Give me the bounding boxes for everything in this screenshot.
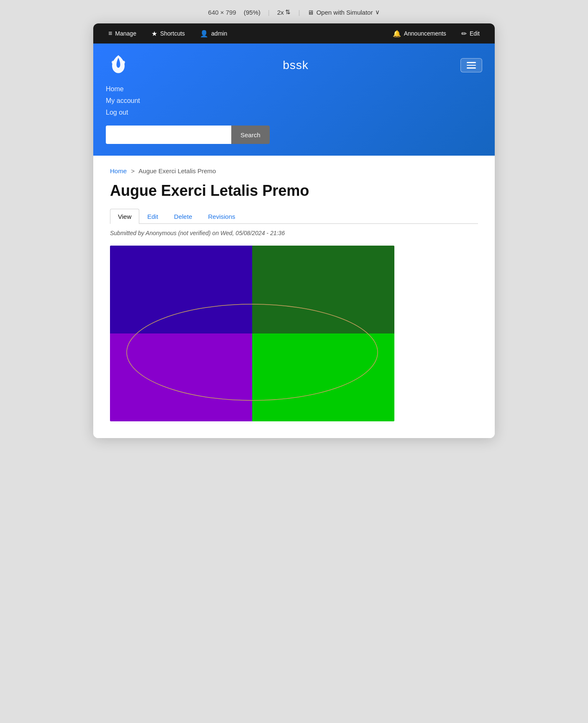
- hamburger-button[interactable]: [460, 58, 482, 72]
- toolbar-shortcuts[interactable]: ★ Shortcuts: [144, 23, 192, 44]
- svg-rect-4: [252, 333, 394, 421]
- admin-toolbar: ≡ Manage ★ Shortcuts 👤 admin 🔔 Announcem…: [93, 23, 495, 44]
- site-header-top: bssk: [106, 44, 482, 82]
- scale-label: (95%): [244, 9, 261, 16]
- breadcrumb-current: Augue Exerci Letalis Premo: [138, 167, 216, 174]
- dimensions-label: 640 × 799: [208, 9, 236, 16]
- nav-log-out[interactable]: Log out: [106, 109, 482, 116]
- breadcrumb-home[interactable]: Home: [110, 167, 127, 174]
- page-content: Home > Augue Exerci Letalis Premo Augue …: [93, 156, 495, 438]
- site-logo: [106, 53, 131, 78]
- hamburger-icon: ≡: [108, 30, 112, 37]
- toolbar-announcements[interactable]: 🔔 Announcements: [385, 23, 454, 44]
- search-button[interactable]: Search: [231, 126, 270, 144]
- submitted-info: Submitted by Anonymous (not verified) on…: [110, 230, 478, 236]
- edit-label: Edit: [470, 30, 480, 37]
- search-bar: Search: [106, 126, 482, 144]
- svg-rect-3: [110, 333, 252, 421]
- site-header: bssk Home My account Log out Search: [93, 44, 495, 156]
- zoom-control[interactable]: 2x ⇅: [277, 8, 291, 16]
- svg-rect-2: [252, 246, 394, 333]
- page-title: Augue Exerci Letalis Premo: [110, 182, 478, 200]
- breadcrumb-separator: >: [131, 167, 135, 174]
- toolbar-edit[interactable]: ✏ Edit: [454, 23, 487, 44]
- toolbar-manage[interactable]: ≡ Manage: [101, 23, 144, 44]
- site-name: bssk: [283, 59, 309, 72]
- nav-home[interactable]: Home: [106, 85, 482, 93]
- content-tabs: View Edit Delete Revisions: [110, 209, 478, 224]
- tab-edit[interactable]: Edit: [139, 209, 166, 224]
- svg-rect-1: [110, 246, 252, 333]
- nav-my-account[interactable]: My account: [106, 97, 482, 105]
- tab-revisions[interactable]: Revisions: [200, 209, 243, 224]
- user-icon: 👤: [200, 30, 208, 38]
- content-svg: [110, 246, 394, 421]
- content-image: [110, 246, 394, 421]
- browser-frame: ≡ Manage ★ Shortcuts 👤 admin 🔔 Announcem…: [93, 23, 495, 438]
- zoom-value: 2x: [277, 9, 284, 16]
- chevron-down-icon: ∨: [375, 8, 380, 16]
- bell-icon: 🔔: [393, 30, 401, 38]
- zoom-chevron-icon: ⇅: [285, 8, 291, 16]
- toolbar-admin[interactable]: 👤 admin: [192, 23, 235, 44]
- tab-view[interactable]: View: [110, 209, 139, 224]
- pencil-icon: ✏: [461, 30, 467, 38]
- open-simulator-label: Open with Simulator: [316, 9, 373, 16]
- announcements-label: Announcements: [404, 30, 446, 37]
- tab-delete[interactable]: Delete: [166, 209, 200, 224]
- simulator-icon: 🖥: [307, 9, 314, 16]
- top-bar: 640 × 799 (95%) | 2x ⇅ | 🖥 Open with Sim…: [208, 8, 380, 16]
- star-icon: ★: [151, 30, 157, 38]
- search-input[interactable]: [106, 126, 231, 144]
- admin-label: admin: [211, 30, 227, 37]
- shortcuts-label: Shortcuts: [160, 30, 185, 37]
- site-nav: Home My account Log out: [106, 82, 482, 122]
- manage-label: Manage: [115, 30, 136, 37]
- breadcrumb: Home > Augue Exerci Letalis Premo: [110, 167, 478, 174]
- open-simulator-button[interactable]: 🖥 Open with Simulator ∨: [307, 8, 380, 16]
